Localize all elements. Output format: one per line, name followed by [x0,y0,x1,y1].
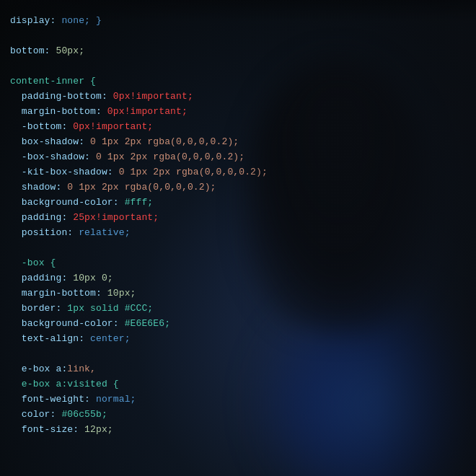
code-line: padding: 10px 0; [10,270,476,286]
code-line: font-size: 12px; [10,422,476,437]
code-line: box-shadow: 0 1px 2px rgba(0,0,0,0.2); [10,134,476,149]
code-line: background-color: #fff; [10,195,476,210]
code-editor-screen: display: none; } bottom: 50px; content-i… [0,0,476,476]
code-line: display: none; } [10,13,476,28]
code-line [10,28,476,43]
code-line: border: 1px solid #CCC; [10,301,476,316]
code-line [10,346,476,361]
code-line: shadow: 0 1px 2px rgba(0,0,0,0.2); [10,180,476,195]
code-line: padding: 25px!important; [10,210,476,225]
code-line: e-box a:link, [10,361,476,376]
code-line: position: relative; [10,225,476,240]
code-line: content-inner { [10,74,476,89]
code-line: -bottom: 0px!important; [10,119,476,134]
code-line: -kit-box-shadow: 0 1px 2px rgba(0,0,0,0.… [10,164,476,180]
code-line: -box-shadow: 0 1px 2px rgba(0,0,0,0.2); [10,149,476,164]
code-line: -box { [10,255,476,270]
code-line: text-align: center; [10,331,476,346]
code-display: display: none; } bottom: 50px; content-i… [0,0,476,476]
code-line: background-color: #E6E6E6; [10,316,476,331]
code-line: margin-bottom: 10px; [10,286,476,301]
code-line: font-weight: normal; [10,392,476,407]
code-line: bottom: 50px; [10,43,476,58]
code-line: e-box a:visited { [10,376,476,392]
code-line: color: #06c55b; [10,407,476,422]
code-line: margin-bottom: 0px!important; [10,104,476,119]
code-line [10,240,476,255]
code-line: padding-bottom: 0px!important; [10,89,476,104]
code-line [10,58,476,74]
